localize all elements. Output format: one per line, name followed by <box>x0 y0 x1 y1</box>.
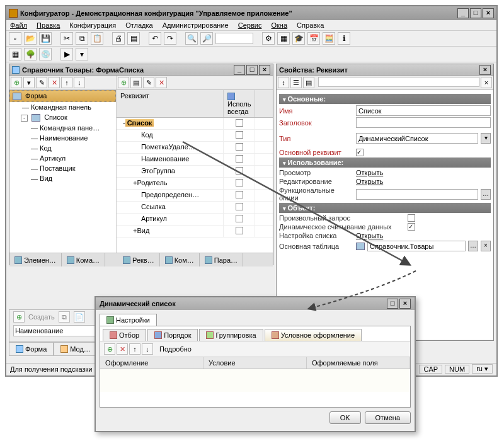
menu-help[interactable]: Справка <box>297 21 324 29</box>
tb-copy-icon[interactable]: ⧉ <box>76 32 88 45</box>
dlg-tab-settings[interactable]: Настройки <box>100 314 157 326</box>
menu-edit[interactable]: Правка <box>37 21 60 29</box>
tb-print-icon[interactable]: 🖨 <box>112 32 125 45</box>
tb-new-icon[interactable]: ▫ <box>9 32 21 45</box>
grid-row-9[interactable]: +Вид <box>117 226 273 238</box>
link-view[interactable]: Открыть <box>356 169 383 176</box>
row-checkbox[interactable] <box>236 179 243 186</box>
mt-more[interactable]: … <box>468 241 478 251</box>
grid-col2[interactable]: Исполь всегда <box>224 90 255 117</box>
funcopts-dd[interactable]: … <box>481 189 491 200</box>
grid-row-4[interactable]: ЭтоГруппа <box>117 166 273 178</box>
fe-tab-cmd[interactable]: Кома… <box>62 253 105 266</box>
tree-sub-5[interactable]: — Вид <box>9 173 116 183</box>
dlg-help-btn[interactable]: □ <box>387 299 398 309</box>
maximize-btn[interactable]: □ <box>470 8 481 18</box>
chk-custquery[interactable] <box>408 214 415 222</box>
tree-sub-4[interactable]: — Поставщик <box>9 163 116 173</box>
etab-form[interactable]: Форма <box>9 342 54 356</box>
tb-info-icon[interactable]: ℹ <box>338 32 350 45</box>
section-object[interactable]: Объект: <box>279 203 491 213</box>
menu-admin[interactable]: Администрирование <box>163 21 229 29</box>
fe-max-btn[interactable]: □ <box>246 65 258 75</box>
tb2-tree-icon[interactable]: 🌳 <box>24 48 37 60</box>
grid-row-1[interactable]: Код <box>117 130 273 142</box>
tb-open-icon[interactable]: 📂 <box>24 32 37 45</box>
dlg-ok-btn[interactable]: OK <box>329 411 361 424</box>
fe2-add-icon[interactable]: ⊕ <box>118 77 129 88</box>
tb-db-icon[interactable]: ▦ <box>277 32 290 45</box>
dlg-col-0[interactable]: Оформление <box>100 357 203 369</box>
grid-row-6[interactable]: Предопределен… <box>117 190 273 202</box>
fe-tab-kom[interactable]: Ком… <box>160 253 200 266</box>
grid-row-5[interactable]: +Родитель <box>117 178 273 190</box>
row-checkbox[interactable] <box>236 155 243 163</box>
menu-service[interactable]: Сервис <box>238 21 262 29</box>
tb-cfg-icon[interactable]: ⚙ <box>262 32 275 45</box>
fe-del-icon[interactable]: ✕ <box>49 77 60 88</box>
tb2-dd-icon[interactable]: ▾ <box>76 48 88 60</box>
tb-cut-icon[interactable]: ✂ <box>60 32 73 45</box>
dlg-grid-body[interactable] <box>100 369 410 392</box>
fe2-del-icon[interactable]: ✕ <box>156 77 167 88</box>
bt-copy-icon[interactable]: ⧉ <box>59 311 70 323</box>
grid-row-0[interactable]: -Список <box>117 118 273 130</box>
fe-min-btn[interactable]: _ <box>234 65 245 75</box>
props-search[interactable] <box>318 77 479 87</box>
bt-del-icon[interactable]: 📄 <box>74 311 85 323</box>
menu-debug[interactable]: Отладка <box>125 21 152 29</box>
row-checkbox[interactable] <box>236 167 243 175</box>
input-header[interactable] <box>356 117 491 128</box>
fe-left-tree[interactable]: Форма — Командная панель - Список — Кома… <box>9 90 117 253</box>
fe-close-btn[interactable]: × <box>259 65 270 75</box>
grid-row-3[interactable]: Наименование <box>117 154 273 166</box>
tree-sub-2[interactable]: — Код <box>9 143 116 153</box>
close-btn[interactable]: × <box>483 8 494 18</box>
dlg-down-icon[interactable]: ↓ <box>142 343 153 355</box>
minimize-btn[interactable]: _ <box>457 8 469 18</box>
chk-mainreq[interactable] <box>356 149 364 156</box>
input-funcopts[interactable] <box>356 189 478 200</box>
expander-icon[interactable]: - <box>21 115 28 122</box>
tree-sub-1[interactable]: — Наименование <box>9 133 116 143</box>
tree-root[interactable]: Форма <box>9 90 116 102</box>
dlg-titlebar[interactable]: Динамический список □ × <box>96 297 415 310</box>
tree-sub-0[interactable]: — Командная пане… <box>9 123 116 133</box>
tree-cmdpanel[interactable]: — Командная панель <box>9 102 116 112</box>
fe-edit-icon[interactable]: ✎ <box>36 77 47 88</box>
props-cats-icon[interactable]: ▤ <box>303 77 314 88</box>
tb-zoom-icon[interactable]: 🔎 <box>200 32 213 45</box>
section-usage[interactable]: Использование: <box>279 158 491 168</box>
tb-undo-icon[interactable]: ↶ <box>149 32 161 45</box>
grid-row-2[interactable]: ПометкаУдале… <box>117 142 273 154</box>
tb-zoom-combo[interactable] <box>215 33 253 44</box>
tb-hat-icon[interactable]: 🎓 <box>292 32 305 45</box>
row-checkbox[interactable] <box>236 131 243 139</box>
link-edit[interactable]: Открыть <box>356 178 383 185</box>
dlg-del-icon[interactable]: ✕ <box>117 343 128 355</box>
main-titlebar[interactable]: Конфигуратор - Демонстрационная конфигур… <box>6 6 496 20</box>
grid-row-8[interactable]: Артикул <box>117 214 273 226</box>
tree-sub-3[interactable]: — Артикул <box>9 153 116 163</box>
tb-calendar-icon[interactable]: 📅 <box>307 32 320 45</box>
dlg-col-1[interactable]: Условие <box>203 357 307 369</box>
bt-create[interactable]: Создать <box>28 313 55 321</box>
tb-find-icon[interactable]: 🔍 <box>185 32 198 45</box>
dlg-add-icon[interactable]: ⊕ <box>104 343 115 355</box>
chk-dynread[interactable] <box>408 223 415 231</box>
row-checkbox[interactable] <box>236 227 243 234</box>
fe-up-icon[interactable]: ↑ <box>61 77 72 88</box>
row-checkbox[interactable] <box>236 119 243 127</box>
row-checkbox[interactable] <box>236 191 243 198</box>
fe-tab-rekv[interactable]: Рекв… <box>118 253 160 266</box>
fe-tab-elem[interactable]: Элемен… <box>9 253 62 266</box>
tree-list[interactable]: - Список <box>9 112 116 123</box>
props-filter-icon[interactable]: ☰ <box>290 77 302 88</box>
fe-add-icon[interactable]: ⊕ <box>11 77 22 88</box>
input-type[interactable] <box>356 133 478 144</box>
row-checkbox[interactable] <box>236 203 243 210</box>
props-close-btn[interactable]: × <box>479 65 491 75</box>
subtab-order[interactable]: Порядок <box>147 329 198 341</box>
props-sort-icon[interactable]: ↕ <box>278 77 289 88</box>
dlg-cancel-btn[interactable]: Отмена <box>365 411 411 424</box>
